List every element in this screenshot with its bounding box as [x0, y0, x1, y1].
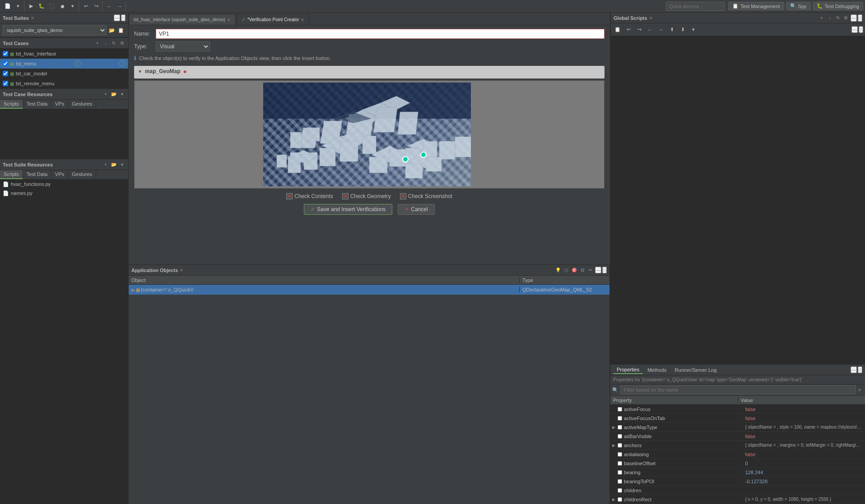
gs-toolbar-btn1[interactable]: 📋	[613, 25, 623, 35]
tcr-settings-btn[interactable]: ▾	[118, 91, 126, 98]
tab-suite-vps[interactable]: VPs	[51, 170, 68, 179]
redo-btn[interactable]: ↪	[91, 1, 101, 11]
ao-expand-icon[interactable]: ▶	[131, 287, 135, 293]
props-minimize-btn[interactable]: —	[851, 366, 857, 373]
suite-dropdown[interactable]: squish_suite_qtws_demo	[3, 25, 107, 35]
props-tab-methods[interactable]: Methods	[644, 366, 670, 374]
ao-row-0[interactable]: ▶ ▦ {container=':o_QQuickV QDeclarativeG…	[129, 285, 609, 295]
tab-vps[interactable]: VPs	[51, 100, 68, 109]
add-test-case-btn[interactable]: +	[94, 40, 101, 47]
save-insert-btn[interactable]: ✓ Save and Insert Verifications	[304, 204, 392, 215]
file-item-hvac[interactable]: 📄 hvac_functions.py	[0, 180, 128, 189]
file-item-names[interactable]: 📄 names.py	[0, 189, 128, 198]
stop-btn[interactable]: ⬛	[47, 1, 57, 11]
tab-scripts[interactable]: Scripts	[0, 100, 23, 109]
suite-open-btn[interactable]: 📂	[107, 26, 116, 35]
props-filter-input[interactable]	[620, 385, 856, 394]
tc-menu-stop-btn[interactable]: ○	[74, 60, 81, 67]
forward-btn[interactable]: →	[115, 1, 125, 11]
new-btn[interactable]: 📄	[3, 1, 13, 11]
prop-row-5[interactable]: antialiasing false	[610, 450, 865, 459]
prop-checkbox[interactable]	[617, 406, 623, 412]
prop-checkbox[interactable]	[617, 433, 623, 439]
cancel-btn[interactable]: ✕ Cancel	[398, 204, 434, 215]
global-scripts-close-icon[interactable]: ✕	[649, 16, 653, 20]
prop-row-4[interactable]: ▶ anchors { objectName = , margins = 0, …	[610, 441, 865, 450]
undo-btn[interactable]: ↩	[81, 1, 91, 11]
test-debugging-tab[interactable]: 🐛 Test Debugging	[813, 2, 863, 10]
prop-checkbox[interactable]	[617, 478, 623, 485]
gs-minimize-btn[interactable]: —	[851, 14, 857, 22]
test-case-item-car[interactable]: ▦ tst_car_model	[0, 69, 128, 79]
app-objects-close-icon[interactable]: ✕	[180, 268, 183, 273]
ao-target-btn[interactable]: 🎯	[571, 267, 578, 274]
tc-checkbox-menu[interactable]	[3, 61, 8, 66]
tcr-folder-btn[interactable]: 📂	[110, 91, 117, 98]
prop-row-9[interactable]: children	[610, 486, 865, 495]
test-suites-minimize-btn[interactable]: —	[114, 14, 120, 21]
test-case-item-hvac[interactable]: ▦ tst_hvac_interface	[0, 49, 128, 59]
prop-row-3[interactable]: adBarVisible false	[610, 432, 865, 441]
check-geometry-checkbox[interactable]: ✕	[342, 193, 349, 199]
tab-hvac[interactable]: tst_hvac_interface (squish_suite_qtws_de…	[129, 14, 236, 25]
tab-suite-test-data[interactable]: Test Data	[23, 170, 51, 179]
props-maximize-btn[interactable]: □	[858, 366, 862, 373]
spy-tab[interactable]: 🔍 Spy	[786, 2, 811, 10]
prop-checkbox[interactable]	[617, 442, 623, 449]
back-btn[interactable]: ←	[104, 1, 114, 11]
quick-access-input[interactable]	[666, 2, 725, 11]
gs-toolbar-btn8[interactable]: ▾	[688, 25, 698, 35]
tab-gestures[interactable]: Gestures	[68, 100, 96, 109]
gs-toolbar-btn5[interactable]: →	[656, 25, 666, 35]
tsr-add-btn[interactable]: +	[102, 161, 109, 168]
gs-toolbar-btn3[interactable]: ↪	[634, 25, 644, 35]
prop-row-2[interactable]: ▶ activeMapType { objectName = , style =…	[610, 423, 865, 432]
object-expand-icon[interactable]: ▼	[138, 69, 142, 74]
check-contents-checkbox[interactable]: ✕	[286, 193, 293, 199]
test-management-tab[interactable]: 📋 Test Management	[728, 2, 784, 10]
test-suites-close-icon[interactable]: ✕	[31, 16, 34, 20]
props-tab-properties[interactable]: Properties	[613, 366, 643, 374]
prop-row-0[interactable]: activeFocus false	[610, 405, 865, 414]
test-case-item-remote[interactable]: ▦ tst_remote_menu	[0, 79, 128, 88]
prop-row-7[interactable]: bearing 128.244	[610, 468, 865, 477]
tab-suite-gestures[interactable]: Gestures	[68, 170, 96, 179]
dropdown-btn[interactable]: ▾	[13, 1, 23, 11]
gs-refresh-btn[interactable]: ↻	[834, 14, 842, 22]
ao-collapse-btn[interactable]: ⊟	[579, 267, 586, 274]
prop-expand-icon[interactable]: ▶	[610, 497, 617, 502]
prop-row-6[interactable]: baselineOffset 0	[610, 459, 865, 468]
gs-toolbar-btn4[interactable]: ←	[645, 25, 655, 35]
name-input[interactable]	[156, 29, 605, 39]
prop-row-10[interactable]: ▶ childrenRect { x = 0, y = 0, width = 1…	[610, 495, 865, 504]
prop-row-1[interactable]: activeFocusOnTab false	[610, 414, 865, 423]
tab-vp-creator[interactable]: ✓ *Verification Point Creator ✕	[237, 14, 310, 25]
prop-checkbox[interactable]	[617, 415, 623, 421]
debug-btn[interactable]: 🐛	[37, 1, 47, 11]
tab-vp-creator-close[interactable]: ✕	[301, 18, 304, 22]
run-btn[interactable]: ▶	[26, 1, 36, 11]
props-tab-log[interactable]: Runner/Server Log	[671, 366, 720, 374]
ao-minimize-btn[interactable]: —	[595, 267, 601, 273]
check-screenshot-checkbox[interactable]: ✕	[400, 193, 406, 199]
prop-checkbox[interactable]	[617, 460, 623, 467]
prop-expand-icon[interactable]: ▶	[610, 425, 617, 430]
tc-checkbox-car[interactable]	[3, 71, 8, 76]
prop-checkbox[interactable]	[617, 469, 623, 476]
tcr-add-btn[interactable]: +	[102, 91, 109, 98]
gs-toolbar-btn6[interactable]: ⬆	[667, 25, 677, 35]
tab-suite-scripts[interactable]: Scripts	[0, 170, 23, 179]
refresh-test-case-btn[interactable]: ↻	[110, 40, 117, 47]
ao-maximize-btn[interactable]: □	[602, 267, 607, 273]
more-btn[interactable]: ▾	[68, 1, 78, 11]
prop-row-8[interactable]: bearingToPOI -0.127328	[610, 477, 865, 486]
tab-hvac-close[interactable]: ✕	[227, 18, 231, 22]
gs-toolbar-btn7[interactable]: ⬇	[678, 25, 688, 35]
tc-checkbox-hvac[interactable]	[3, 51, 8, 56]
tsr-settings-btn[interactable]: ▾	[118, 161, 126, 168]
gs-view-minimize[interactable]: —	[851, 26, 858, 33]
props-filter-clear-btn[interactable]: ✕	[856, 386, 863, 393]
gs-maximize-btn[interactable]: □	[858, 14, 862, 22]
gs-settings-btn[interactable]: ⚙	[842, 14, 850, 22]
test-suites-maximize-btn[interactable]: □	[121, 14, 126, 21]
